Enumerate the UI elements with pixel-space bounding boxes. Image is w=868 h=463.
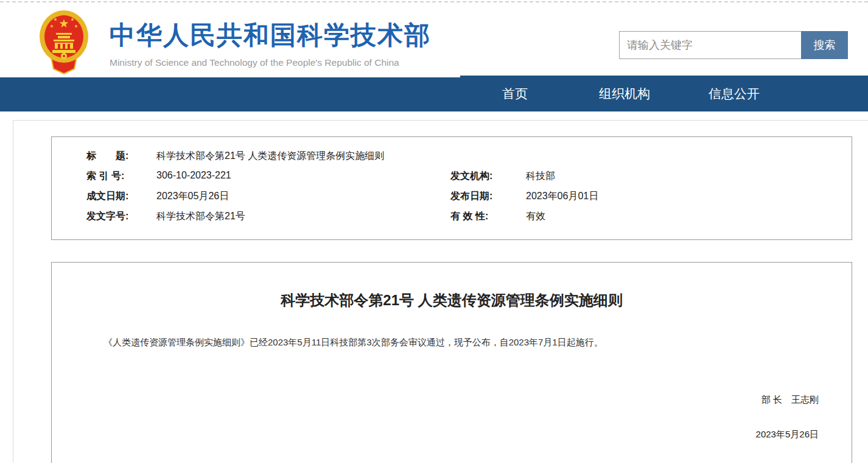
site-title-chinese: 中华人民共和国科学技术部 bbox=[110, 18, 431, 52]
site-title-block: 中华人民共和国科学技术部 Ministry of Science and Tec… bbox=[110, 18, 431, 68]
site-header: 中华人民共和国科学技术部 Ministry of Science and Tec… bbox=[0, 2, 868, 76]
document-metadata-box: 标 题: 科学技术部令第21号 人类遗传资源管理条例实施细则 索 引 号: 30… bbox=[51, 136, 852, 240]
nav-menu: 首页 组织机构 信息公开 bbox=[460, 76, 789, 111]
meta-row-3: 发文字号: 科学技术部令第21号 有 效 性: 有效 bbox=[52, 207, 852, 227]
document-title: 科学技术部令第21号 人类遗传资源管理条例实施细则 bbox=[52, 291, 852, 310]
meta-label-document-number: 发文字号: bbox=[86, 210, 156, 223]
meta-cell-written-date: 成文日期: 2023年05月26日 bbox=[52, 190, 450, 203]
meta-value-issuing-agency: 科技部 bbox=[526, 170, 555, 183]
meta-cell-issuing-agency: 发文机构: 科技部 bbox=[450, 170, 849, 183]
meta-value-validity: 有效 bbox=[526, 210, 545, 223]
meta-label-written-date: 成文日期: bbox=[86, 190, 156, 203]
nav-item-organization[interactable]: 组织机构 bbox=[570, 76, 679, 111]
nav-item-info-disclosure[interactable]: 信息公开 bbox=[679, 76, 789, 111]
meta-row-title: 标 题: 科学技术部令第21号 人类遗传资源管理条例实施细则 bbox=[52, 146, 852, 166]
meta-cell-publish-date: 发布日期: 2023年06月01日 bbox=[450, 190, 849, 203]
meta-value-publish-date: 2023年06月01日 bbox=[526, 190, 598, 203]
meta-label-index-number: 索 引 号: bbox=[86, 170, 156, 183]
page: 中华人民共和国科学技术部 Ministry of Science and Tec… bbox=[0, 0, 868, 463]
meta-cell-index-number: 索 引 号: 306-10-2023-221 bbox=[52, 170, 450, 183]
meta-value-title: 科学技术部令第21号 人类遗传资源管理条例实施细则 bbox=[156, 150, 384, 163]
meta-row-1: 索 引 号: 306-10-2023-221 发文机构: 科技部 bbox=[52, 166, 852, 186]
document-date: 2023年5月26日 bbox=[52, 429, 852, 440]
header-logo-link[interactable]: 中华人民共和国科学技术部 Ministry of Science and Tec… bbox=[39, 7, 435, 74]
meta-row-2: 成文日期: 2023年05月26日 发布日期: 2023年06月01日 bbox=[52, 186, 852, 207]
meta-value-index-number: 306-10-2023-221 bbox=[156, 170, 231, 183]
main-nav: 首页 组织机构 信息公开 bbox=[0, 76, 868, 111]
meta-value-document-number: 科学技术部令第21号 bbox=[156, 210, 245, 223]
search-box: 搜索 bbox=[619, 31, 848, 59]
search-button[interactable]: 搜索 bbox=[801, 31, 848, 59]
meta-label-publish-date: 发布日期: bbox=[450, 190, 526, 203]
national-emblem-icon bbox=[39, 10, 89, 74]
meta-label-issuing-agency: 发文机构: bbox=[450, 170, 526, 183]
search-input[interactable] bbox=[619, 31, 801, 59]
meta-cell-document-number: 发文字号: 科学技术部令第21号 bbox=[52, 210, 450, 223]
meta-value-written-date: 2023年05月26日 bbox=[156, 190, 229, 203]
meta-cell-title: 标 题: 科学技术部令第21号 人类遗传资源管理条例实施细则 bbox=[52, 150, 852, 163]
nav-white-notch bbox=[0, 76, 460, 77]
site-title-english: Ministry of Science and Technology of th… bbox=[110, 57, 431, 68]
meta-label-validity: 有 效 性: bbox=[450, 210, 526, 223]
meta-label-title: 标 题: bbox=[86, 150, 156, 163]
meta-cell-validity: 有 效 性: 有效 bbox=[450, 210, 849, 223]
document-signer: 部 长 王志刚 bbox=[52, 394, 852, 406]
document-paragraph: 《人类遗传资源管理条例实施细则》已经2023年5月11日科技部第3次部务会审议通… bbox=[103, 336, 800, 349]
content-panel: 标 题: 科学技术部令第21号 人类遗传资源管理条例实施细则 索 引 号: 30… bbox=[13, 120, 868, 463]
nav-item-home[interactable]: 首页 bbox=[460, 76, 570, 111]
document-body-box: 科学技术部令第21号 人类遗传资源管理条例实施细则 《人类遗传资源管理条例实施细… bbox=[51, 262, 852, 463]
